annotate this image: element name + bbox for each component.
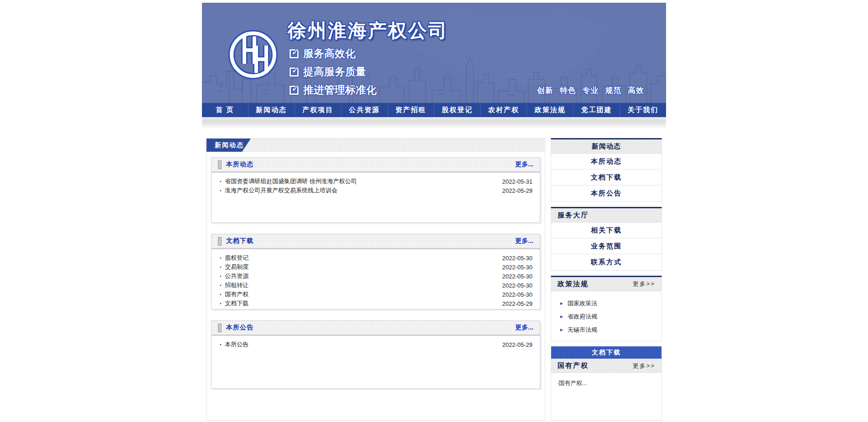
tab-news[interactable]: 新闻动态 <box>207 139 258 152</box>
bullet-square-icon: ▪ <box>220 292 221 297</box>
box-title[interactable]: 本所公告 <box>226 324 253 332</box>
site-header: 徐州淮海产权公司 服务高效化 提高服务质量 推进管理标准化 创新 特色 专业 规… <box>202 3 666 103</box>
sidebar-item-related-downloads[interactable]: 相关下载 <box>551 222 661 238</box>
box-header: 本所公告 更多... <box>212 321 540 336</box>
sidebar-item-announcements[interactable]: 本所公告 <box>551 185 661 201</box>
news-link[interactable]: 招租转让 <box>225 281 248 289</box>
nav-item-public-resources[interactable]: 公共资源 <box>341 103 388 117</box>
policy-label: 省政府法规 <box>568 313 597 321</box>
policy-item-national[interactable]: ► 国家政策法 <box>559 297 661 310</box>
news-link[interactable]: 公共资源 <box>225 272 248 280</box>
news-date: 2022-05-31 <box>502 178 533 185</box>
news-row: ▪ 国有产权 2022-05-30 <box>219 290 532 299</box>
docs-banner[interactable]: 文档下载 <box>551 346 661 359</box>
title-bar-icon <box>218 324 222 332</box>
sidebar-section-title: 政策法规 <box>558 280 589 288</box>
nav-item-news[interactable]: 新闻动态 <box>248 103 294 117</box>
main-navigation: 首 页 新闻动态 产权项目 公共资源 资产招租 股权登记 农村产权 政策法规 党… <box>202 103 666 117</box>
arrow-bullet-icon: ► <box>559 301 564 306</box>
checkbox-icon <box>289 86 299 95</box>
nav-item-party-union[interactable]: 党工团建 <box>573 103 620 117</box>
news-list: ▪ 省国资委调研组赴国盛集团调研 徐州淮海产权公司 2022-05-31 ▪ 淮… <box>212 173 540 198</box>
sidebar-item-contact[interactable]: 联系方式 <box>551 254 661 270</box>
news-row: ▪ 文档下载 2022-05-29 <box>219 299 532 308</box>
slogan-line: 推进管理标准化 <box>289 83 377 97</box>
news-date: 2022-05-29 <box>502 341 533 348</box>
bullet-square-icon: ▪ <box>220 179 221 184</box>
news-date: 2022-05-30 <box>502 291 533 298</box>
sidebar-item-downloads[interactable]: 文档下载 <box>551 170 661 185</box>
news-row: ▪ 省国资委调研组赴国盛集团调研 徐州淮海产权公司 2022-05-31 <box>219 177 532 186</box>
sidebar-section-header: 政策法规 更多>> <box>551 277 661 291</box>
nav-item-home[interactable]: 首 页 <box>202 103 248 117</box>
news-date: 2022-05-30 <box>502 264 533 271</box>
news-date: 2022-05-30 <box>502 255 533 262</box>
bullet-square-icon: ▪ <box>220 274 221 278</box>
news-link[interactable]: 淮海产权公司开展产权交易系统线上培训会 <box>225 186 337 195</box>
sidebar-item-dynamics[interactable]: 本所动态 <box>551 154 661 170</box>
policy-item-provincial[interactable]: ► 省政府法规 <box>559 310 661 323</box>
arrow-bullet-icon: ► <box>559 327 564 332</box>
box-header: 本所动态 更多... <box>212 158 540 173</box>
sidebar-section-policy: 政策法规 更多>> ► 国家政策法 ► 省政府法规 ► 无锡市法规 <box>551 276 662 341</box>
policy-label: 国家政策法 <box>568 299 597 308</box>
more-link[interactable]: 更多>> <box>633 280 655 288</box>
sidebar-section-docs: 文档下载 国有产权 更多>> ·国有产权... <box>551 346 662 421</box>
nav-item-equity-registration[interactable]: 股权登记 <box>434 103 480 117</box>
slogan-line: 提高服务质量 <box>289 65 377 79</box>
nav-shadow-strip <box>202 117 666 129</box>
news-link[interactable]: 文档下载 <box>225 299 248 308</box>
nav-item-about-us[interactable]: 关于我们 <box>620 103 666 117</box>
checkbox-icon <box>289 67 299 77</box>
site-title: 徐州淮海产权公司 <box>288 18 448 43</box>
more-link[interactable]: 更多... <box>515 237 533 245</box>
box-title[interactable]: 本所动态 <box>226 160 253 169</box>
news-box-dynamics: 本所动态 更多... ▪ 省国资委调研组赴国盛集团调研 徐州淮海产权公司 202… <box>211 157 540 223</box>
sidebar-item-business-scope[interactable]: 业务范围 <box>551 238 661 254</box>
news-link[interactable]: 省国资委调研组赴国盛集团调研 徐州淮海产权公司 <box>225 177 357 185</box>
sidebar-section-title: 新闻动态 <box>551 139 661 154</box>
sidebar-section-title: 服务大厅 <box>551 208 661 222</box>
sidebar-section-service: 服务大厅 相关下载 业务范围 联系方式 <box>551 207 662 271</box>
bullet-square-icon: ▪ <box>220 265 221 269</box>
slogan-text: 提高服务质量 <box>303 65 366 79</box>
content-area: 新闻动态 本所动态 更多... ▪ 省国资委调研组赴国盛集团调研 徐州淮海产权公… <box>202 138 666 421</box>
nav-item-policies[interactable]: 政策法规 <box>527 103 573 117</box>
checkbox-icon <box>289 49 299 58</box>
page-container: 徐州淮海产权公司 服务高效化 提高服务质量 推进管理标准化 创新 特色 专业 规… <box>202 0 666 421</box>
news-link[interactable]: 股权登记 <box>225 254 248 262</box>
news-link[interactable]: 国有产权 <box>225 290 248 298</box>
nav-item-property-projects[interactable]: 产权项目 <box>294 103 341 117</box>
nav-item-asset-leasing[interactable]: 资产招租 <box>388 103 434 117</box>
section-tabbar: 新闻动态 <box>207 139 545 152</box>
news-date: 2022-05-30 <box>502 282 533 289</box>
more-link[interactable]: 更多>> <box>633 362 655 370</box>
news-row: ▪ 本所公告 2022-05-29 <box>219 340 532 349</box>
policy-label: 无锡市法规 <box>568 326 597 334</box>
news-link[interactable]: 本所公告 <box>225 340 248 349</box>
main-panel: 新闻动态 本所动态 更多... ▪ 省国资委调研组赴国盛集团调研 徐州淮海产权公… <box>206 138 545 421</box>
policy-item-municipal[interactable]: ► 无锡市法规 <box>559 323 661 336</box>
bullet-square-icon: ▪ <box>220 188 221 193</box>
logo-icon[interactable] <box>226 27 280 82</box>
news-row: ▪ 淮海产权公司开展产权交易系统线上培训会 2022-05-29 <box>219 186 532 195</box>
news-list: ▪ 本所公告 2022-05-29 <box>212 336 540 352</box>
box-title[interactable]: 文档下载 <box>226 237 253 245</box>
more-link[interactable]: 更多... <box>515 324 533 332</box>
more-link[interactable]: 更多... <box>515 160 533 169</box>
title-bar-icon <box>218 237 222 246</box>
nav-item-rural-property[interactable]: 农村产权 <box>480 103 527 117</box>
arrow-bullet-icon: ► <box>559 314 564 319</box>
bullet-square-icon: ▪ <box>220 301 221 306</box>
news-row: ▪ 股权登记 2022-05-30 <box>219 253 532 262</box>
news-box-announcements: 本所公告 更多... ▪ 本所公告 2022-05-29 <box>211 320 540 389</box>
news-box-downloads: 文档下载 更多... ▪ 股权登记 2022-05-30 ▪ 交易制度 2022… <box>211 234 540 309</box>
sidebar-section-title: 国有产权 <box>558 361 589 370</box>
doc-item-state-owned[interactable]: ·国有产权... <box>557 379 656 387</box>
sidebar: 新闻动态 本所动态 文档下载 本所公告 服务大厅 相关下载 业务范围 联系方式 … <box>551 138 662 421</box>
bullet-square-icon: ▪ <box>220 342 221 347</box>
slogan-text: 推进管理标准化 <box>303 83 377 97</box>
news-link[interactable]: 交易制度 <box>225 263 248 271</box>
sidebar-section-news: 新闻动态 本所动态 文档下载 本所公告 <box>551 138 662 202</box>
policy-list: ► 国家政策法 ► 省政府法规 ► 无锡市法规 <box>551 291 661 341</box>
